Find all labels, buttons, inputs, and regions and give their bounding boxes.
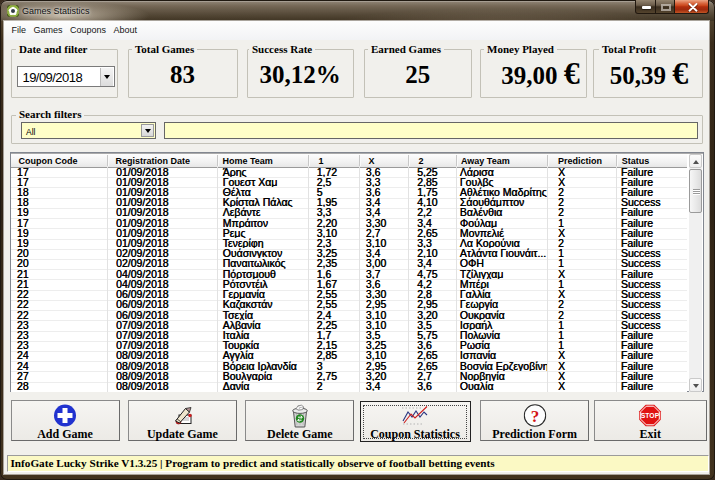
- svg-text:STOP: STOP: [641, 412, 660, 419]
- svg-text:?: ?: [530, 406, 539, 425]
